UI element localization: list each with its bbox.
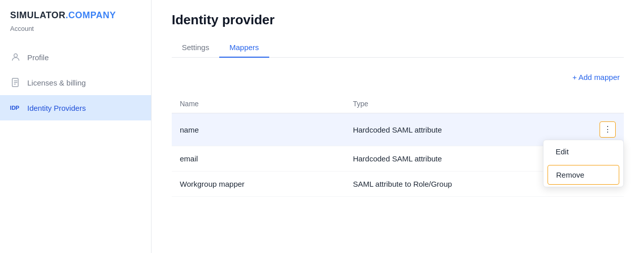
sidebar-nav: Profile Licenses & billing IDP Identity … <box>0 40 151 124</box>
row-name-cell: Workgroup mapper <box>172 172 345 197</box>
mappers-table: Name Type name Hardcoded SAML attribute … <box>172 95 624 197</box>
licenses-label: Licenses & billing <box>27 78 86 87</box>
table-header-row: Name Type <box>172 95 624 113</box>
tabs: Settings Mappers <box>172 38 624 58</box>
profile-label: Profile <box>27 53 49 62</box>
table-row: name Hardcoded SAML attribute ⋮ Edit Rem… <box>172 113 624 146</box>
idp-icon: IDP <box>10 102 21 113</box>
idp-badge: IDP <box>10 105 19 111</box>
logo-simulator: SIMULATOR <box>10 10 66 20</box>
logo-company: COMPANY <box>68 10 116 20</box>
tab-settings[interactable]: Settings <box>172 38 219 58</box>
svg-point-0 <box>14 54 18 57</box>
remove-button[interactable]: Remove <box>548 165 619 185</box>
row-name-cell: name <box>172 113 345 146</box>
col-actions <box>591 95 624 113</box>
toolbar: + Add mapper <box>172 70 624 85</box>
person-icon <box>10 52 21 63</box>
document-icon <box>10 77 21 88</box>
sidebar-item-profile[interactable]: Profile <box>0 45 151 70</box>
sidebar: SIMULATOR.COMPANY Account Profile <box>0 0 152 253</box>
kebab-menu-button[interactable]: ⋮ <box>600 121 616 138</box>
idp-label: Identity Providers <box>27 104 86 112</box>
main-content: Identity provider Settings Mappers + Add… <box>152 0 644 253</box>
action-cell: ⋮ Edit Remove <box>591 113 624 146</box>
add-mapper-button[interactable]: + Add mapper <box>568 70 624 85</box>
col-name: Name <box>172 95 345 113</box>
logo-area: SIMULATOR.COMPANY <box>0 0 151 25</box>
dropdown-menu: Edit Remove <box>543 140 624 187</box>
col-type: Type <box>345 95 591 113</box>
account-subtitle: Account <box>0 25 151 40</box>
tab-mappers[interactable]: Mappers <box>219 38 269 58</box>
row-name-cell: email <box>172 146 345 172</box>
sidebar-item-licenses[interactable]: Licenses & billing <box>0 70 151 95</box>
page-title: Identity provider <box>172 12 624 28</box>
sidebar-item-idp[interactable]: IDP Identity Providers <box>0 95 151 120</box>
logo: SIMULATOR.COMPANY <box>10 10 141 21</box>
edit-button[interactable]: Edit <box>543 140 623 163</box>
